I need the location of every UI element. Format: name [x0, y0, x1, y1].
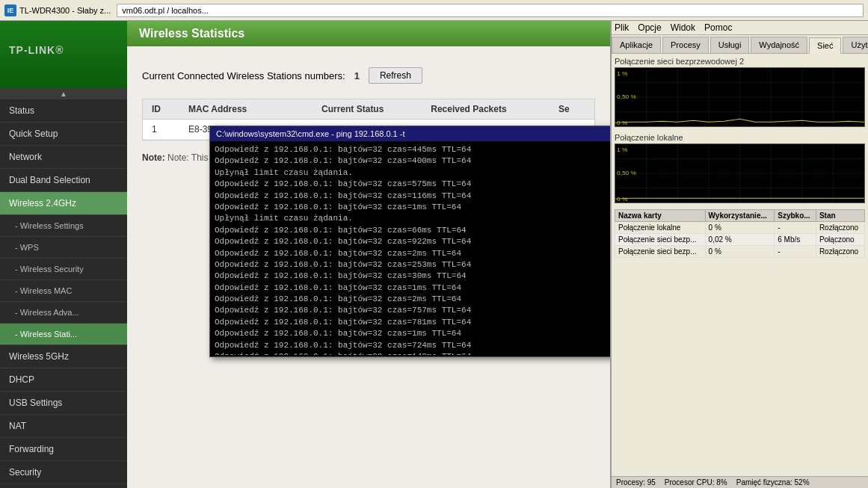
graph-1-svg: 1 % 0,50 % 0 % — [615, 68, 864, 126]
cmd-line: Odpowiedź z 192.168.0.1: bajtów=32 czas=… — [215, 305, 610, 316]
col-status: Current Status — [313, 99, 422, 120]
sidebar-item-wireless-settings[interactable]: - Wireless Settings — [0, 215, 127, 237]
tm-cell-usage: 0 % — [705, 222, 775, 234]
col-se: Se — [550, 99, 594, 120]
cmd-line: Odpowiedź z 192.168.0.1: bajtów=32 czas=… — [215, 248, 610, 259]
cmd-line: Odpowiedź z 192.168.0.1: bajtów=32 czas=… — [215, 271, 610, 282]
sidebar: TP-LINK® ▲ Status Quick Setup Network Du… — [0, 21, 127, 488]
station-label: Current Connected Wireless Stations numb… — [142, 70, 345, 81]
tm-content: Połączenie sieci bezprzewodowej 2 — [612, 54, 868, 476]
tab-wydajnosc[interactable]: Wydajność — [751, 37, 807, 53]
browser-address-bar[interactable] — [117, 4, 864, 17]
cmd-body: Odpowiedź z 192.168.0.1: bajtów=32 czas=… — [210, 141, 610, 355]
sidebar-item-network[interactable]: Network — [0, 146, 127, 169]
tm-network-table: Nazwa karty Wykorzystanie... Szybko... S… — [615, 209, 865, 258]
sidebar-item-wireless-mac[interactable]: - Wireless MAC — [0, 280, 127, 302]
tm-col-status: Stan — [816, 210, 864, 222]
cmd-line: Odpowiedź z 192.168.0.1: bajtów=32 czas=… — [215, 340, 610, 351]
graph-2-svg: 1 % 0,50 % 0 % — [615, 144, 864, 203]
tm-statusbar: Procesy: 95 Procesor CPU: 8% Pamięć fizy… — [612, 476, 868, 488]
tab-uslugi[interactable]: Usługi — [710, 37, 750, 53]
tm-cell-status: Rozłączono — [816, 246, 864, 258]
svg-text:1 %: 1 % — [617, 70, 627, 77]
graph-2-container: 1 % 0,50 % 0 % — [615, 143, 865, 203]
tm-network-table-section: Nazwa karty Wykorzystanie... Szybko... S… — [615, 209, 865, 258]
tab-uzytkownicy[interactable]: Użytkownicy — [843, 37, 868, 53]
sidebar-item-dual-band[interactable]: Dual Band Selection — [0, 169, 127, 192]
tm-menu-opcje[interactable]: Opcje — [638, 22, 661, 33]
tm-cell-name: Połączenie lokalne — [615, 222, 706, 234]
svg-text:0 %: 0 % — [617, 196, 627, 203]
sidebar-item-wireless-security[interactable]: - Wireless Security — [0, 259, 127, 280]
cmd-line: Odpowiedź z 192.168.0.1: bajtów=32 czas=… — [215, 236, 610, 247]
col-packets: Received Packets — [422, 99, 550, 120]
col-mac: MAC Address — [179, 99, 313, 120]
tm-status-cpu: Procesor CPU: 8% — [665, 478, 727, 487]
tm-menu-pomoc[interactable]: Pomoc — [704, 22, 732, 33]
tm-cell-name: Połączenie sieci bezp... — [615, 234, 706, 246]
tm-cell-status: Rozłączono — [816, 222, 864, 234]
sidebar-scroll-up[interactable]: ▲ — [0, 88, 127, 99]
tm-tabs: Aplikacje Procesy Usługi Wydajność Sieć … — [612, 35, 868, 54]
sidebar-item-forwarding[interactable]: Forwarding — [0, 438, 127, 461]
sidebar-item-security[interactable]: Security — [0, 461, 127, 484]
cell-id: 1 — [143, 120, 179, 140]
tm-cell-speed: - — [775, 222, 816, 234]
sidebar-logo: TP-LINK® — [0, 21, 127, 88]
cmd-line: Odpowiedź z 192.168.0.1: bajtów=32 czas=… — [215, 144, 610, 155]
cmd-line: Odpowiedź z 192.168.0.1: bajtów=32 czas=… — [215, 259, 610, 271]
sidebar-item-parental[interactable]: Parental Contro... — [0, 484, 127, 488]
tp-link-logo: TP-LINK® — [9, 43, 64, 67]
tm-col-speed: Szybko... — [775, 210, 816, 222]
sidebar-item-wireless-5ghz[interactable]: Wireless 5GHz — [0, 345, 127, 368]
tm-cell-status: Połączono — [816, 234, 864, 246]
svg-text:0 %: 0 % — [617, 120, 627, 126]
network-graph-1: Połączenie sieci bezprzewodowej 2 — [615, 57, 865, 127]
graph-1-label: Połączenie sieci bezprzewodowej 2 — [615, 57, 865, 66]
sidebar-item-status[interactable]: Status — [0, 99, 127, 123]
refresh-button[interactable]: Refresh — [369, 67, 422, 84]
browser-tab-title: TL-WDR4300 - Słaby z... — [19, 6, 111, 15]
sidebar-item-quick-setup[interactable]: Quick Setup — [0, 123, 127, 146]
sidebar-item-nat[interactable]: NAT — [0, 415, 127, 438]
tab-aplikacje[interactable]: Aplikacje — [612, 37, 661, 53]
graph-2-label: Połączenie lokalne — [615, 133, 865, 142]
tm-cell-usage: 0 % — [705, 246, 775, 258]
cmd-line: Odpowiedź z 192.168.0.1: bajtów=32 czas=… — [215, 191, 610, 202]
cmd-line: Odpowiedź z 192.168.0.1: bajtów=32 czas=… — [215, 328, 610, 339]
browser-favicon: IE — [4, 4, 16, 16]
cmd-line: Odpowiedź z 192.168.0.1: bajtów=32 czas=… — [215, 294, 610, 305]
tm-table-row: Połączenie sieci bezp... 0 % - Rozłączon… — [615, 246, 865, 258]
tab-procesy[interactable]: Procesy — [662, 37, 709, 53]
col-id: ID — [143, 99, 179, 120]
sidebar-item-usb-settings[interactable]: USB Settings — [0, 392, 127, 415]
svg-text:1 %: 1 % — [617, 146, 627, 153]
tm-table-row: Połączenie lokalne 0 % - Rozłączono — [615, 222, 865, 234]
cmd-line: Upłynął limit czasu żądania. — [215, 213, 610, 224]
sidebar-item-wireless-24[interactable]: Wireless 2.4GHz — [0, 192, 127, 215]
cmd-titlebar: C:\windows\system32\cmd.exe - ping 192.1… — [210, 126, 610, 141]
tm-menu-plik[interactable]: Plik — [615, 22, 629, 33]
network-graph-2: Połączenie lokalne — [615, 133, 865, 203]
sidebar-item-dhcp[interactable]: DHCP — [0, 368, 127, 392]
cmd-line: Odpowiedź z 192.168.0.1: bajtów=32 czas=… — [215, 351, 610, 355]
tm-menu-widok[interactable]: Widok — [671, 22, 695, 33]
sidebar-item-wireless-adva[interactable]: - Wireless Adva... — [0, 302, 127, 324]
cmd-line: Odpowiedź z 192.168.0.1: bajtów=32 czas=… — [215, 202, 610, 213]
tm-cell-name: Połączenie sieci bezp... — [615, 246, 706, 258]
cmd-window: C:\windows\system32\cmd.exe - ping 192.1… — [209, 126, 610, 357]
content-area: Wireless Statistics Current Connected Wi… — [127, 21, 610, 488]
tm-cell-usage: 0,02 % — [705, 234, 775, 246]
sidebar-item-wps[interactable]: - WPS — [0, 237, 127, 259]
tm-menubar: Plik Opcje Widok Pomoc — [612, 21, 868, 35]
svg-text:0,50 %: 0,50 % — [617, 93, 636, 100]
tab-siec[interactable]: Sieć — [809, 37, 841, 54]
tm-table-row: Połączenie sieci bezp... 0,02 % 6 Mb/s P… — [615, 234, 865, 246]
station-info: Current Connected Wireless Stations numb… — [142, 67, 595, 84]
tm-status-memory: Pamięć fizyczna: 52% — [736, 478, 810, 487]
sidebar-item-wireless-stati[interactable]: - Wireless Stati... — [0, 324, 127, 345]
cmd-line: Odpowiedź z 192.168.0.1: bajtów=32 czas=… — [215, 282, 610, 294]
browser-titlebar: IE TL-WDR4300 - Słaby z... — [0, 0, 868, 21]
cmd-line: Odpowiedź z 192.168.0.1: bajtów=32 czas=… — [215, 225, 610, 236]
cmd-line: Odpowiedź z 192.168.0.1: bajtów=32 czas=… — [215, 317, 610, 328]
